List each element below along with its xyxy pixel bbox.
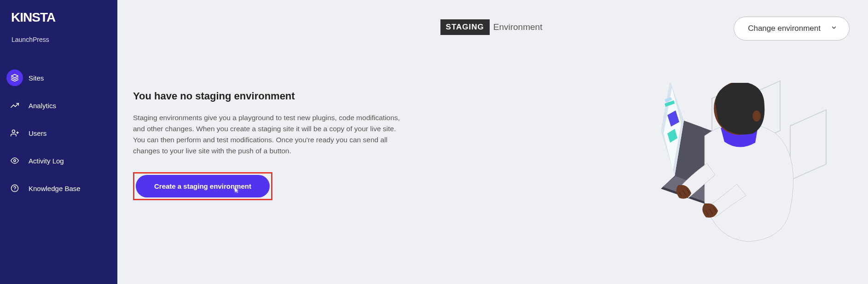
layers-icon bbox=[6, 70, 23, 86]
svg-point-1 bbox=[12, 130, 15, 133]
svg-point-17 bbox=[752, 110, 761, 122]
change-environment-dropdown[interactable]: Change environment bbox=[734, 17, 850, 41]
page-title: STAGING Environment bbox=[440, 19, 543, 35]
nav-item-label: Users bbox=[29, 129, 46, 137]
sidebar-item-activity-log[interactable]: Activity Log bbox=[0, 147, 117, 174]
empty-state: You have no staging environment Staging … bbox=[133, 90, 409, 200]
nav-item-label: Activity Log bbox=[29, 157, 64, 165]
dropdown-label: Change environment bbox=[748, 24, 821, 33]
svg-marker-0 bbox=[12, 75, 18, 78]
eye-icon bbox=[6, 152, 23, 169]
svg-point-4 bbox=[14, 160, 16, 162]
brand-logo-text: KINSTA bbox=[11, 10, 55, 24]
main-content: STAGING Environment Change environment Y… bbox=[117, 0, 868, 284]
chevron-down-icon bbox=[831, 24, 837, 33]
empty-state-body: Staging environments give you a playgrou… bbox=[133, 112, 409, 156]
sidebar-nav: Sites Analytics Users Activity Log Knowl bbox=[0, 64, 117, 202]
nav-item-label: Knowledge Base bbox=[29, 185, 81, 192]
trending-up-icon bbox=[6, 97, 23, 114]
person-illustration bbox=[661, 83, 808, 249]
sidebar-item-users[interactable]: Users bbox=[0, 119, 117, 147]
nav-item-label: Analytics bbox=[29, 102, 56, 110]
sidebar-item-sites[interactable]: Sites bbox=[0, 64, 117, 92]
sidebar-item-analytics[interactable]: Analytics bbox=[0, 92, 117, 119]
site-name-label: LaunchPress bbox=[0, 36, 117, 43]
help-circle-icon bbox=[6, 180, 23, 197]
environment-label: Environment bbox=[493, 22, 543, 32]
empty-state-heading: You have no staging environment bbox=[133, 90, 409, 102]
sidebar-item-knowledge-base[interactable]: Knowledge Base bbox=[0, 174, 117, 202]
sidebar: KINSTA LaunchPress Sites Analytics Users bbox=[0, 0, 117, 284]
nav-item-label: Sites bbox=[29, 74, 44, 82]
brand-logo: KINSTA bbox=[0, 10, 117, 25]
user-plus-icon bbox=[6, 125, 23, 141]
staging-badge: STAGING bbox=[440, 19, 490, 35]
create-staging-button[interactable]: Create a staging environment bbox=[136, 175, 270, 197]
cta-highlight-box: Create a staging environment bbox=[133, 172, 272, 200]
empty-state-illustration bbox=[629, 74, 813, 249]
page-header: STAGING Environment Change environment bbox=[133, 19, 850, 35]
